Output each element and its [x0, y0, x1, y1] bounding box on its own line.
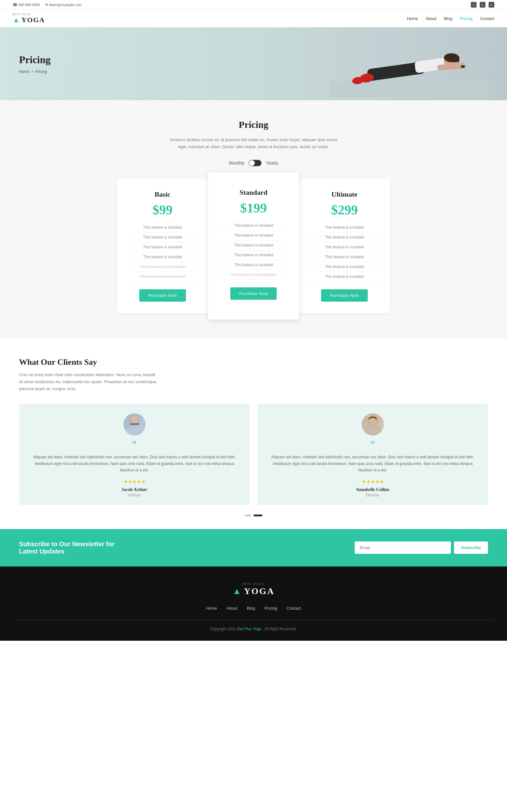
- plan-ultimate-features: This feature is included This feature is…: [308, 223, 380, 282]
- plan-basic-price: $99: [127, 202, 199, 217]
- rss-icon[interactable]: r: [489, 2, 494, 8]
- testimonials-section: What Our Clients Say Cras sit amet enim …: [0, 338, 507, 529]
- list-item: This feature is included: [308, 252, 380, 262]
- logo[interactable]: DIVI PLUS ▲ YOGA: [13, 13, 45, 24]
- hero-image: [329, 34, 488, 97]
- footer-logo-title: ▲ YOGA: [13, 586, 494, 596]
- topbar-contact: ☎ 000-000-0000 ✉ demo@example.com: [13, 3, 81, 7]
- star-rating-2: ★★★★★: [266, 479, 479, 485]
- list-item: This feature is included: [308, 233, 380, 242]
- hero-section: Pricing Home > Pricing: [0, 27, 507, 100]
- avatar-1: [123, 413, 146, 436]
- footer: DIVI PLUS ▲ YOGA Home About Blog Pricing…: [0, 566, 507, 641]
- footer-nav-contact[interactable]: Contact: [287, 606, 301, 611]
- hero-person-svg: [329, 34, 488, 97]
- pricing-cards: Basic $99 This feature is included This …: [117, 179, 390, 313]
- nav-contact[interactable]: Contact: [480, 16, 494, 21]
- list-item: This feature is included: [308, 223, 380, 233]
- newsletter-email-input[interactable]: [355, 542, 451, 554]
- footer-nav-about[interactable]: About: [227, 606, 237, 611]
- testimonial-text-2: Aliquam est diam, molestie sed sollicitu…: [266, 454, 479, 473]
- logo-title: ▲ YOGA: [13, 16, 45, 24]
- email-address: ✉ demo@example.com: [45, 3, 81, 7]
- toggle-monthly-label: Monthly: [229, 161, 244, 166]
- list-item: This feature is included: [218, 240, 290, 250]
- list-item: This feature is included: [127, 233, 199, 242]
- email-icon: ✉: [45, 3, 48, 7]
- svg-rect-12: [127, 428, 143, 436]
- footer-nav-pricing[interactable]: Pricing: [265, 606, 277, 611]
- list-item: This feature is included: [218, 260, 290, 270]
- reviewer-name-2: Annabelle Collins: [266, 487, 479, 492]
- newsletter-section: Subscribe to Our Newsletter for Latest U…: [0, 529, 507, 566]
- list-item: This feature is not included: [127, 272, 199, 282]
- list-item: This feature is included: [308, 272, 380, 282]
- pricing-card-basic: Basic $99 This feature is included This …: [117, 179, 208, 313]
- pricing-card-standard: Standard $199 This feature is included T…: [208, 173, 299, 319]
- list-item: This feature is included: [218, 221, 290, 231]
- plan-standard-name: Standard: [218, 188, 290, 197]
- testimonials-description: Cras sit amet enim vitae odio consectetu…: [19, 371, 159, 392]
- avatar-person-1: [123, 413, 146, 436]
- footer-logo: DIVI PLUS ▲ YOGA: [13, 582, 494, 596]
- plan-standard-price: $199: [218, 200, 290, 216]
- avatar-person-2: [362, 413, 384, 436]
- main-nav: Home About Blog Pricing Contact: [407, 16, 494, 21]
- pricing-section-title: Pricing: [13, 119, 494, 130]
- newsletter-subscribe-button[interactable]: Subscribe: [454, 542, 488, 554]
- list-item: This feature is included: [308, 262, 380, 272]
- footer-nav-blog[interactable]: Blog: [247, 606, 255, 611]
- svg-rect-8: [450, 56, 459, 62]
- nav-about[interactable]: About: [426, 16, 436, 21]
- reviewer-role-2: Director: [266, 493, 479, 497]
- nav-blog[interactable]: Blog: [444, 16, 452, 21]
- phone-number: ☎ 000-000-0000: [13, 3, 40, 7]
- facebook-icon[interactable]: f: [471, 2, 476, 8]
- plan-ultimate-name: Ultimate: [308, 190, 380, 198]
- plan-basic-features: This feature is included This feature is…: [127, 223, 199, 282]
- breadcrumb-current: Pricing: [35, 69, 47, 74]
- footer-copyright: Copyright 2021 Divi Plus Yoga . All Righ…: [13, 627, 494, 631]
- breadcrumb: Home > Pricing: [19, 69, 51, 74]
- header: DIVI PLUS ▲ YOGA Home About Blog Pricing…: [0, 10, 507, 27]
- billing-toggle-row: Monthly Yearly: [13, 160, 494, 166]
- quote-mark-1: ": [28, 439, 241, 451]
- logo-subtitle: DIVI PLUS: [13, 13, 31, 16]
- breadcrumb-home[interactable]: Home: [19, 69, 29, 74]
- svg-rect-0: [329, 81, 488, 97]
- toggle-yearly-label: Yearly: [266, 161, 278, 166]
- footer-brand-link[interactable]: Divi Plus Yoga: [237, 627, 262, 631]
- basic-purchase-button[interactable]: Purchase Now: [139, 289, 186, 302]
- footer-divider: [13, 620, 494, 620]
- list-item: This feature is included: [127, 223, 199, 233]
- nav-pricing[interactable]: Pricing: [460, 16, 472, 21]
- pricing-section-description: Vivamus facilisis cursus mi, id posuere …: [165, 136, 342, 150]
- quote-mark-2: ": [266, 439, 479, 451]
- ultimate-purchase-button[interactable]: Purchase Now: [321, 289, 368, 302]
- testimonial-cards: " Aliquam est diam, molestie sed sollici…: [19, 404, 488, 505]
- footer-nav-home[interactable]: Home: [206, 606, 217, 611]
- topbar: ☎ 000-000-0000 ✉ demo@example.com f t r: [0, 0, 507, 10]
- phone-icon: ☎: [13, 3, 17, 7]
- twitter-icon[interactable]: t: [480, 2, 486, 8]
- hero-title: Pricing: [19, 54, 51, 66]
- testimonials-title: What Our Clients Say: [19, 358, 488, 367]
- slider-dots: [19, 514, 488, 516]
- svg-rect-9: [461, 65, 465, 68]
- svg-rect-14: [130, 424, 139, 425]
- list-item: This feature is included: [218, 231, 290, 240]
- pricing-section: Pricing Vivamus facilisis cursus mi, id …: [0, 100, 507, 338]
- logo-icon: ▲: [13, 16, 20, 24]
- list-item: This feature is included: [218, 250, 290, 260]
- topbar-social: f t r: [471, 2, 494, 8]
- avatar-2: [362, 413, 384, 436]
- billing-toggle[interactable]: [249, 160, 262, 166]
- newsletter-form: Subscribe: [355, 542, 488, 554]
- nav-home[interactable]: Home: [407, 16, 418, 21]
- pricing-card-ultimate: Ultimate $299 This feature is included T…: [299, 179, 390, 313]
- list-item: This feature is included: [127, 252, 199, 262]
- hero-text: Pricing Home > Pricing: [19, 54, 51, 74]
- slider-dot-1[interactable]: [245, 514, 251, 516]
- slider-dot-2[interactable]: [253, 514, 262, 516]
- standard-purchase-button[interactable]: Purchase Now: [230, 288, 277, 300]
